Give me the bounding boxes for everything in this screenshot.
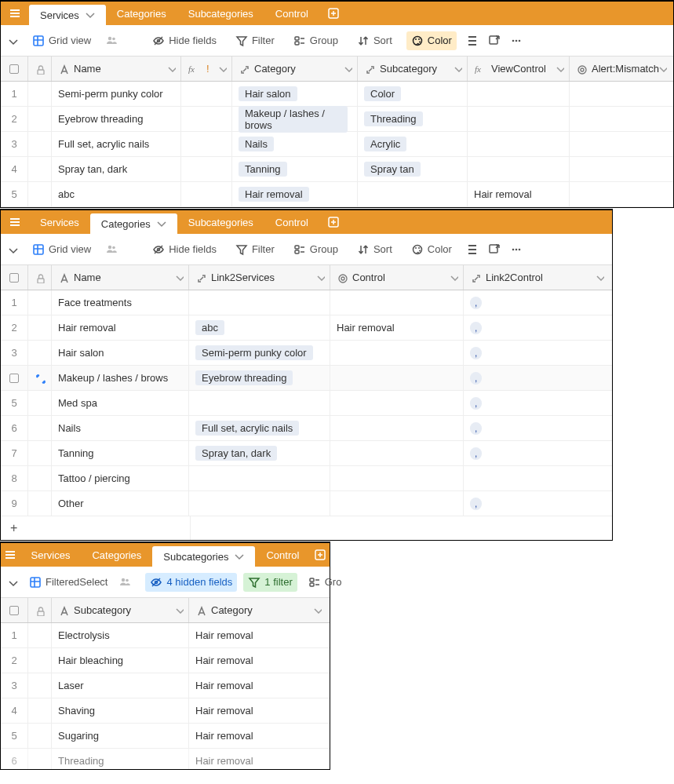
cell-subcategory[interactable]: Acrylic (358, 132, 468, 156)
cell-link2control[interactable] (464, 466, 609, 490)
linked-record-pill[interactable]: Tanning (239, 162, 287, 177)
cell-control[interactable] (330, 341, 464, 365)
table-row[interactable]: 7TanningSpray tan, dark, (1, 441, 612, 466)
cell-category[interactable]: Hair removal (232, 182, 358, 206)
views-button[interactable] (7, 244, 18, 255)
view-grid-button[interactable]: FilteredSelect (24, 573, 112, 592)
cell-control[interactable] (330, 466, 464, 490)
tab-control[interactable]: Control (255, 543, 310, 567)
col-name[interactable]: Name (52, 57, 181, 81)
menu-button[interactable] (1, 210, 29, 234)
tab-control[interactable]: Control (264, 2, 319, 25)
col-link2control[interactable]: Link2Control (464, 265, 609, 290)
tab-services[interactable]: Services (20, 543, 82, 567)
share-view-button[interactable] (488, 35, 501, 47)
cell-viewcontrol[interactable] (468, 82, 570, 106)
view-grid-button[interactable]: Grid view (27, 240, 96, 259)
row-height-button[interactable] (466, 35, 479, 47)
collaborators-button[interactable] (105, 242, 119, 257)
cell-control[interactable]: Hair removal (330, 315, 464, 340)
cell-subcategory[interactable] (358, 182, 468, 206)
cell-subcategory[interactable]: Electrolysis (52, 623, 189, 647)
filter-button[interactable]: 1 filter (243, 573, 297, 592)
table-row[interactable]: 5SugaringHair removal (1, 724, 330, 749)
tab-subcategories[interactable]: Subcategories (177, 2, 264, 25)
cell-category[interactable]: Hair removal (189, 673, 326, 698)
tab-categories[interactable]: Categories (90, 213, 177, 234)
cell-name[interactable]: Eyebrow threading (52, 107, 181, 131)
linked-record-pill[interactable]: abc (195, 320, 224, 335)
cell-category[interactable]: Tanning (232, 157, 358, 181)
cell-name[interactable]: Hair salon (52, 341, 189, 365)
cell-link2services[interactable]: Full set, acrylic nails (189, 416, 330, 440)
caret-down-icon[interactable] (315, 272, 325, 283)
table-row[interactable]: 6ThreadingHair removal (1, 749, 330, 769)
cell-subcategory[interactable]: Shaving (52, 698, 189, 723)
linked-record-pill[interactable]: , (470, 498, 482, 510)
filter-button[interactable]: Filter (231, 240, 279, 259)
add-table-button[interactable] (319, 2, 348, 25)
linked-record-pill[interactable]: , (470, 422, 482, 435)
col-subcategory[interactable]: Subcategory (358, 57, 468, 81)
linked-record-pill[interactable]: Hair removal (239, 187, 309, 202)
linked-record-pill[interactable]: Makeup / lashes / brows (239, 106, 348, 133)
cell-category[interactable]: Hair salon (232, 82, 358, 106)
cell-link2services[interactable] (189, 466, 330, 490)
cell-name[interactable]: Other (52, 491, 189, 516)
col-viewcontrol[interactable]: ViewControl (468, 57, 570, 81)
linked-record-pill[interactable]: , (470, 347, 482, 359)
table-row[interactable]: 5Med spa, (1, 391, 612, 416)
cell-link2services[interactable]: Spray tan, dark (189, 441, 330, 465)
caret-down-icon[interactable] (217, 63, 227, 75)
cell-category[interactable]: Hair removal (189, 623, 326, 647)
cell-name[interactable]: Full set, acrylic nails (52, 132, 181, 156)
cell-category[interactable]: Hair removal (189, 749, 326, 769)
caret-down-icon[interactable] (449, 272, 458, 283)
table-row[interactable]: 2Hair bleachingHair removal (1, 648, 330, 673)
caret-down-icon[interactable] (555, 63, 564, 75)
select-all-checkbox[interactable] (1, 265, 28, 290)
linked-record-pill[interactable]: Semi-perm punky color (195, 345, 313, 360)
table-row[interactable]: 2Eyebrow threadingMakeup / lashes / brow… (1, 107, 673, 132)
col-control[interactable]: Control (330, 265, 464, 290)
linked-record-pill[interactable]: , (470, 372, 482, 385)
linked-record-pill[interactable]: Nails (239, 137, 274, 151)
cell-link2services[interactable]: Semi-perm punky color (189, 341, 330, 365)
menu-button[interactable] (1, 543, 20, 567)
cell-alert[interactable] (570, 157, 672, 181)
col-alert-mismatch[interactable]: Alert:Mismatch (570, 57, 672, 81)
tab-subcategories[interactable]: Subcategories (152, 546, 255, 567)
cell-control[interactable] (330, 366, 464, 390)
collaborators-button[interactable] (105, 34, 119, 48)
linked-record-pill[interactable]: Spray tan, dark (195, 446, 277, 461)
add-row-button[interactable]: + (1, 516, 191, 540)
add-table-button[interactable] (319, 210, 348, 234)
table-row[interactable]: 2Hair removalabcHair removal, (1, 315, 612, 341)
linked-record-pill[interactable]: Threading (364, 111, 423, 126)
cell-viewcontrol[interactable]: Hair removal (468, 182, 570, 206)
row-height-button[interactable] (466, 243, 479, 256)
cell-name[interactable]: Makeup / lashes / brows (52, 366, 189, 390)
cell-subcategory[interactable]: Threading (52, 749, 189, 769)
cell-name[interactable]: Nails (52, 416, 189, 440)
caret-down-icon[interactable] (166, 63, 176, 75)
linked-record-pill[interactable]: , (470, 297, 482, 309)
cell-alert[interactable] (570, 107, 672, 131)
linked-record-pill[interactable]: Eyebrow threading (195, 370, 293, 385)
caret-down-icon[interactable] (595, 272, 604, 283)
sort-button[interactable]: Sort (352, 240, 397, 259)
cell-link2control[interactable]: , (464, 341, 609, 365)
tab-categories[interactable]: Categories (106, 2, 177, 25)
cell-subcategory[interactable]: Color (358, 82, 468, 106)
table-row[interactable]: Makeup / lashes / browsEyebrow threading… (1, 366, 612, 391)
linked-record-pill[interactable]: , (470, 447, 482, 460)
table-row[interactable]: 3LaserHair removal (1, 673, 330, 698)
cell-alert[interactable] (570, 182, 672, 206)
sort-button[interactable]: Sort (352, 31, 397, 50)
share-view-button[interactable] (488, 243, 501, 256)
cell-name[interactable]: Med spa (52, 391, 189, 415)
cell-control[interactable] (330, 491, 464, 516)
linked-record-pill[interactable]: Full set, acrylic nails (195, 421, 299, 436)
cell-subcategory[interactable]: Spray tan (358, 157, 468, 181)
expand-record-button[interactable] (28, 366, 52, 390)
